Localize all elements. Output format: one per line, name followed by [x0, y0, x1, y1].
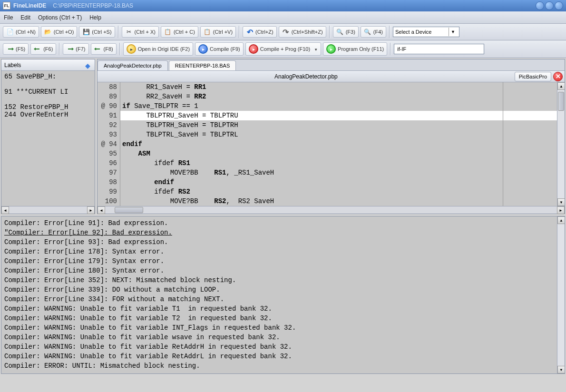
- code-area[interactable]: RR1_SaveH = RR1 RR2_SaveH = RR2if Save_T…: [120, 82, 557, 206]
- editor-vscroll[interactable]: ▲ ▼: [557, 82, 565, 206]
- line-number: 95: [98, 149, 117, 158]
- line-gutter: 8889@ 90919293@ 949596979899100: [98, 82, 120, 206]
- f5-label: (F5): [16, 46, 25, 52]
- output-line[interactable]: "Compiler: Error[Line 92]: Bad expressio…: [4, 228, 562, 237]
- line-number: @ 90: [98, 101, 117, 111]
- search-icon: [364, 28, 371, 36]
- compile-prog-button[interactable]: Compile + Prog (F10): [245, 42, 321, 56]
- output-line[interactable]: Compiler: WARNING: Unable to fit variabl…: [4, 333, 562, 342]
- program-only-button[interactable]: Program Only (F11): [323, 42, 387, 56]
- output-vscroll[interactable]: ▲ ▼: [557, 216, 565, 373]
- output-panel[interactable]: Compiler: Error[Line 91]: Bad expression…: [1, 216, 565, 374]
- editor-filename: AnalogPeakDetector.pbp: [98, 73, 515, 80]
- output-line[interactable]: Compiler: ERROR: UNTIL: Mismatched block…: [4, 361, 562, 371]
- cut-button[interactable]: (Ctrl + X): [122, 26, 159, 38]
- scroll-track[interactable]: [9, 206, 87, 214]
- line-number: 92: [98, 120, 117, 130]
- output-line[interactable]: Compiler: Error[Line 180]: Syntax error.: [4, 266, 562, 275]
- output-line[interactable]: Compiler: Error[Line 91]: Bad expression…: [4, 218, 562, 228]
- menu-options[interactable]: Options (Ctrl + T): [38, 14, 82, 21]
- snippet-field[interactable]: if-IF: [394, 44, 484, 54]
- undo-button[interactable]: (Ctrl+Z): [243, 26, 277, 38]
- minimize-button[interactable]: [536, 1, 544, 10]
- tab-reenter[interactable]: REENTERPBP-18.BAS: [169, 60, 236, 70]
- scroll-up-button[interactable]: ▲: [557, 216, 565, 224]
- indent-f8-button[interactable]: (F8): [91, 43, 117, 55]
- code-line[interactable]: TBLPTRL_SaveH = TBLPTRL: [120, 130, 557, 139]
- code-line[interactable]: MOVE?BB RS1, _RS1_SaveH: [120, 168, 557, 177]
- separator: [59, 43, 60, 55]
- tab-analogpeak[interactable]: AnalogPeakDetector.pbp: [98, 60, 168, 70]
- code-line[interactable]: RR1_SaveH = RR1: [120, 82, 557, 92]
- scroll-right-button[interactable]: ►: [87, 206, 95, 214]
- redo-button[interactable]: (Ctrl+Shift+Z): [279, 26, 326, 38]
- findnext-button[interactable]: (F4): [361, 26, 386, 38]
- output-line[interactable]: Compiler: Error[Line 93]: Bad expression…: [4, 237, 562, 247]
- sidebar-body[interactable]: 65 SavePBP_H: 91 ***CURRENT LI 152 Resto…: [1, 71, 95, 206]
- find-button[interactable]: (F3): [333, 26, 359, 38]
- copy-button[interactable]: (Ctrl + C): [161, 26, 198, 38]
- language-button[interactable]: PicBasicPro: [515, 72, 551, 81]
- menubar: File Edit Options (Ctrl + T) Help: [0, 11, 566, 24]
- code-line[interactable]: if Save_TBLPTR == 1: [120, 101, 557, 111]
- output-line[interactable]: Compiler: Error[Line 339]: DO without a …: [4, 285, 562, 294]
- output-line[interactable]: Compiler: WARNING: Unable to fit variabl…: [4, 314, 562, 323]
- scroll-down-button[interactable]: ▼: [557, 198, 565, 206]
- menu-edit[interactable]: Edit: [20, 14, 30, 21]
- separator: [119, 43, 120, 55]
- paste-button[interactable]: (Ctrl +V): [200, 26, 236, 38]
- indent-f5-button[interactable]: (F5): [3, 43, 29, 55]
- output-line[interactable]: Compiler: Error[Line 334]: FOR without a…: [4, 294, 562, 304]
- indent-f7-button[interactable]: (F7): [63, 43, 88, 55]
- scroll-thumb[interactable]: [115, 207, 143, 213]
- scroll-right-button[interactable]: ►: [557, 206, 565, 214]
- indent-left-icon: [94, 45, 102, 53]
- sidebar-header[interactable]: Labels ◆: [1, 59, 95, 71]
- close-file-button[interactable]: ✕: [553, 72, 563, 81]
- output-line[interactable]: Compiler: WARNING: Unable to fit variabl…: [4, 323, 562, 333]
- scroll-left-button[interactable]: ◄: [98, 206, 105, 214]
- scroll-left-button[interactable]: ◄: [1, 206, 9, 214]
- indent-f6-button[interactable]: (F6): [30, 43, 56, 55]
- code-line[interactable]: ifdef RS2: [120, 187, 557, 196]
- output-line[interactable]: Compiler: WARNING: Unable to fit variabl…: [4, 352, 562, 361]
- code-line[interactable]: RR2_SaveH = RR2: [120, 92, 557, 101]
- scroll-track[interactable]: [105, 206, 557, 214]
- undo-icon: [246, 28, 254, 36]
- output-line[interactable]: Compiler: Error[Line 179]: Syntax error.: [4, 256, 562, 266]
- scroll-down-button[interactable]: ▼: [557, 366, 565, 373]
- open-label: (Ctrl +O): [54, 29, 74, 35]
- toolbar-row-1: (Ctrl +N) (Ctrl +O) (Ctrl +S) (Ctrl + X)…: [0, 24, 566, 40]
- new-button[interactable]: (Ctrl +N): [3, 26, 39, 38]
- scroll-thumb[interactable]: [558, 92, 564, 111]
- output-line[interactable]: Compiler: WARNING: Unable to fit variabl…: [4, 304, 562, 314]
- sidebar-hscroll[interactable]: ◄ ►: [1, 206, 95, 214]
- code-line[interactable]: ifdef RS1: [120, 158, 557, 168]
- output-line[interactable]: Compiler: Error[Line 352]: NEXT: Mismatc…: [4, 275, 562, 285]
- findnext-label: (F4): [373, 29, 383, 35]
- open-button[interactable]: (Ctrl +O): [41, 26, 77, 38]
- code-line[interactable]: endif: [120, 139, 557, 149]
- code-line[interactable]: ASM: [120, 149, 557, 158]
- close-button[interactable]: [555, 1, 563, 10]
- copy-icon: [164, 28, 172, 36]
- scroll-up-button[interactable]: ▲: [557, 82, 565, 90]
- menu-help[interactable]: Help: [89, 14, 101, 21]
- maximize-button[interactable]: [545, 1, 554, 10]
- code-line[interactable]: endif: [120, 177, 557, 187]
- device-select[interactable]: Select a Device ▼: [393, 27, 459, 37]
- code-line[interactable]: TBLPTRU_SaveH = TBLPTRU: [120, 111, 557, 120]
- code-line[interactable]: TBLPTRH_SaveH = TBLPTRH: [120, 120, 557, 130]
- output-line[interactable]: Compiler: Error[Line 178]: Syntax error.: [4, 247, 562, 256]
- editor-hscroll[interactable]: ◄ ►: [98, 206, 565, 214]
- play-blue-icon: [198, 44, 208, 54]
- compile-button[interactable]: Compile (F9): [195, 42, 244, 56]
- code-line[interactable]: MOVE?BB RS2, RS2 SaveH: [120, 196, 557, 206]
- separator: [239, 26, 240, 38]
- output-line[interactable]: Compiler: WARNING: Unable to fit variabl…: [4, 342, 562, 352]
- save-button[interactable]: (Ctrl +S): [79, 26, 115, 38]
- open-orig-ide-button[interactable]: Open in Origi IDE (F2): [123, 42, 193, 56]
- redo-icon: [282, 28, 290, 36]
- progonly-label: Program Only (F11): [338, 46, 384, 52]
- menu-file[interactable]: File: [4, 14, 13, 21]
